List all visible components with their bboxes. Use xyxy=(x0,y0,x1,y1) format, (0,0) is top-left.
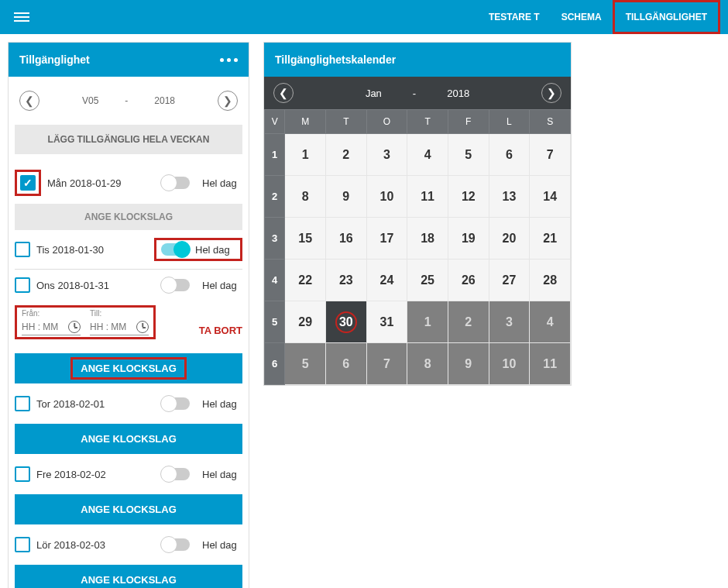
ange-button-fri[interactable]: ANGE KLOCKSLAG xyxy=(15,494,242,524)
checkbox-wed[interactable] xyxy=(15,277,30,293)
nav-availability[interactable]: TILLGÄNGLIGHET xyxy=(613,0,720,34)
calendar-day[interactable]: 1 xyxy=(407,301,448,343)
nav-user[interactable]: TESTARE T xyxy=(478,2,551,32)
checkbox-thu[interactable] xyxy=(15,396,30,411)
next-month-icon[interactable]: ❯ xyxy=(541,83,561,103)
prev-week-icon[interactable]: ❮ xyxy=(19,91,39,111)
prev-month-icon[interactable]: ❮ xyxy=(273,83,294,103)
calendar-day[interactable]: 9 xyxy=(448,343,489,385)
month-year: Jan-2018 xyxy=(294,88,541,99)
time-inputs: Från: Till: TA BORT xyxy=(9,301,249,349)
calendar-day[interactable]: 7 xyxy=(366,343,407,385)
ange-button-thu[interactable]: ANGE KLOCKSLAG xyxy=(15,424,242,454)
week-number: 1 xyxy=(265,134,285,176)
calendar-day[interactable]: 19 xyxy=(448,218,489,260)
calendar-day[interactable]: 3 xyxy=(366,134,407,176)
day-row-tue: Tis 2018-01-30 Hel dag xyxy=(9,230,249,269)
weekday-header: T xyxy=(325,110,366,134)
weekday-header: L xyxy=(489,110,530,134)
more-icon[interactable] xyxy=(220,58,238,62)
calendar-day[interactable]: 23 xyxy=(325,260,366,301)
calendar-day[interactable]: 22 xyxy=(285,260,326,301)
calendar-day[interactable]: 5 xyxy=(285,343,326,385)
checkbox-mon[interactable] xyxy=(20,175,36,191)
calendar-day[interactable]: 8 xyxy=(407,343,448,385)
calendar-day[interactable]: 27 xyxy=(489,260,530,301)
calendar-day[interactable]: 10 xyxy=(489,343,530,385)
day-row-wed: Ons 2018-01-31 Hel dag xyxy=(9,270,249,301)
calendar-day[interactable]: 4 xyxy=(530,301,571,343)
toggle-sat[interactable] xyxy=(162,538,190,551)
toggle-label: Hel dag xyxy=(202,280,242,291)
calendar-day[interactable]: 15 xyxy=(285,218,326,260)
day-label: Lör 2018-02-03 xyxy=(36,539,156,551)
toggle-mon[interactable] xyxy=(162,177,190,189)
calendar-day[interactable]: 18 xyxy=(407,218,448,260)
calendar-day[interactable]: 14 xyxy=(530,176,571,218)
calendar-day[interactable]: 2 xyxy=(448,301,489,343)
calendar-day[interactable]: 28 xyxy=(530,260,571,301)
checkbox-sat[interactable] xyxy=(15,537,30,552)
week-number: 5 xyxy=(265,301,285,343)
calendar-day[interactable]: 16 xyxy=(325,218,366,260)
calendar-day[interactable]: 1 xyxy=(285,134,326,176)
calendar-day[interactable]: 17 xyxy=(366,218,407,260)
calendar-day[interactable]: 25 xyxy=(407,260,448,301)
day-row-fri: Fre 2018-02-02 Hel dag xyxy=(9,459,249,490)
toggle-label: Hel dag xyxy=(202,398,242,410)
calendar-day[interactable]: 26 xyxy=(448,260,489,301)
toggle-thu[interactable] xyxy=(162,397,190,410)
availability-title: Tillgänglighet xyxy=(19,53,90,66)
calendar-title: Tillgänglighetskalender xyxy=(264,43,571,77)
from-input[interactable] xyxy=(22,322,64,332)
week-number: 4 xyxy=(265,260,285,301)
week-number: 6 xyxy=(265,343,285,385)
calendar-day[interactable]: 24 xyxy=(366,260,407,301)
ange-button-wed[interactable]: ANGE KLOCKSLAG xyxy=(15,353,242,383)
calendar-day[interactable]: 12 xyxy=(448,176,489,218)
add-full-week-button[interactable]: LÄGG TILLGÄNGLIG HELA VECKAN xyxy=(15,125,242,154)
calendar-day[interactable]: 3 xyxy=(489,301,530,343)
calendar-day[interactable]: 2 xyxy=(325,134,366,176)
calendar-day[interactable]: 6 xyxy=(489,134,530,176)
toggle-label: Hel dag xyxy=(202,177,242,189)
calendar-day[interactable]: 31 xyxy=(366,301,407,343)
calendar-day[interactable]: 11 xyxy=(530,343,571,385)
calendar-day[interactable]: 9 xyxy=(325,176,366,218)
day-label: Tis 2018-01-30 xyxy=(36,244,148,256)
toggle-wed[interactable] xyxy=(162,279,190,291)
calendar-day[interactable]: 13 xyxy=(489,176,530,218)
week-number: 3 xyxy=(265,218,285,260)
calendar-day[interactable]: 5 xyxy=(448,134,489,176)
day-row-sat: Lör 2018-02-03 Hel dag xyxy=(9,529,249,560)
calendar-day[interactable]: 4 xyxy=(407,134,448,176)
day-row-thu: Tor 2018-02-01 Hel dag xyxy=(9,388,249,419)
calendar-day[interactable]: 7 xyxy=(530,134,571,176)
remove-button[interactable]: TA BORT xyxy=(199,325,242,339)
calendar-day[interactable]: 10 xyxy=(366,176,407,218)
calendar-day[interactable]: 6 xyxy=(325,343,366,385)
toggle-label: Hel dag xyxy=(195,244,235,256)
checkbox-tue[interactable] xyxy=(15,242,30,257)
nav-schema[interactable]: SCHEMA xyxy=(551,2,613,32)
calendar-day[interactable]: 30 xyxy=(325,301,366,343)
to-input[interactable] xyxy=(90,322,132,332)
calendar-day[interactable]: 11 xyxy=(407,176,448,218)
day-label: Mån 2018-01-29 xyxy=(47,177,156,189)
weekday-header: S xyxy=(530,110,571,134)
to-label: Till: xyxy=(90,309,149,318)
next-week-icon[interactable]: ❯ xyxy=(218,91,238,111)
calendar-day[interactable]: 20 xyxy=(489,218,530,260)
menu-icon[interactable] xyxy=(8,4,36,30)
week-info: V05-2018 xyxy=(39,95,218,106)
ange-button-sat[interactable]: ANGE KLOCKSLAG xyxy=(15,565,242,588)
toggle-tue[interactable] xyxy=(161,243,189,256)
toggle-fri[interactable] xyxy=(162,468,190,480)
calendar-day[interactable]: 21 xyxy=(530,218,571,260)
toggle-label: Hel dag xyxy=(202,469,242,480)
from-label: Från: xyxy=(22,309,81,318)
calendar-day[interactable]: 8 xyxy=(285,176,326,218)
calendar-day[interactable]: 29 xyxy=(285,301,326,343)
day-label: Fre 2018-02-02 xyxy=(36,469,156,480)
checkbox-fri[interactable] xyxy=(15,466,30,482)
